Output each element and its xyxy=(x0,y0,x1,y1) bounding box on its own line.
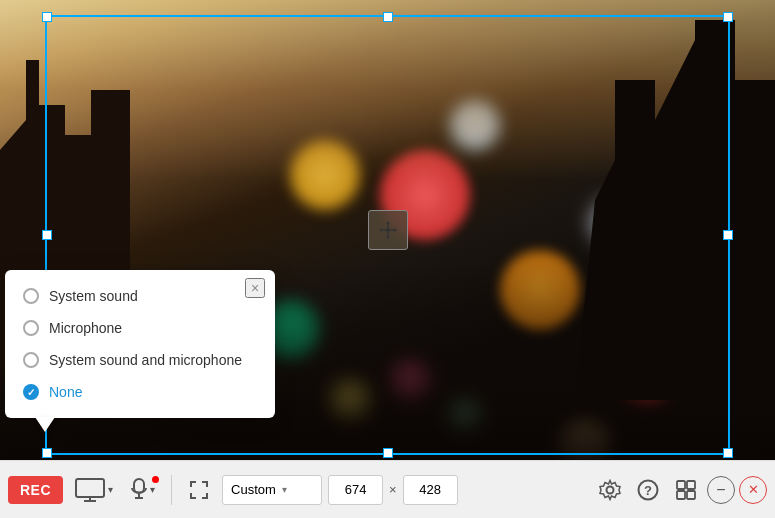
help-button[interactable]: ? xyxy=(631,473,665,507)
handle-top-middle[interactable] xyxy=(383,12,393,22)
close-button[interactable]: ✕ xyxy=(739,476,767,504)
toolbar-separator-1 xyxy=(171,475,172,505)
toolbar: REC ▾ ▾ xyxy=(0,460,775,518)
svg-point-9 xyxy=(607,486,614,493)
handle-middle-right[interactable] xyxy=(723,230,733,240)
mic-wrapper: ▾ xyxy=(125,474,161,506)
screen-dropdown-arrow: ▾ xyxy=(108,484,113,495)
handle-middle-left[interactable] xyxy=(42,230,52,240)
height-input[interactable] xyxy=(403,475,458,505)
custom-label: Custom xyxy=(231,482,276,497)
settings-button[interactable] xyxy=(593,473,627,507)
mic-active-indicator xyxy=(152,476,159,483)
custom-size-dropdown-container: Custom ▾ xyxy=(222,475,322,505)
microphone-icon xyxy=(131,478,147,502)
label-system-sound: System sound xyxy=(49,288,138,304)
screen-mode-button[interactable]: ▾ xyxy=(69,474,119,506)
audio-popup-menu: × System sound Microphone System sound a… xyxy=(5,270,275,418)
svg-rect-14 xyxy=(677,491,685,499)
menu-item-microphone[interactable]: Microphone xyxy=(5,312,275,344)
handle-top-left[interactable] xyxy=(42,12,52,22)
mic-dropdown-arrow: ▾ xyxy=(150,484,155,495)
menu-item-system-sound[interactable]: System sound xyxy=(5,280,275,312)
check-none xyxy=(23,384,39,400)
close-icon: ✕ xyxy=(748,483,759,496)
settings-icon xyxy=(599,479,621,501)
svg-rect-3 xyxy=(76,479,104,497)
popup-close-button[interactable]: × xyxy=(245,278,265,298)
rec-button[interactable]: REC xyxy=(8,476,63,504)
svg-rect-15 xyxy=(687,491,695,499)
width-input[interactable] xyxy=(328,475,383,505)
radio-system-sound xyxy=(23,288,39,304)
svg-text:?: ? xyxy=(644,483,652,498)
handle-bottom-left[interactable] xyxy=(42,448,52,458)
label-none: None xyxy=(49,384,82,400)
minimize-button[interactable]: − xyxy=(707,476,735,504)
handle-bottom-middle[interactable] xyxy=(383,448,393,458)
grid-icon xyxy=(675,479,697,501)
label-system-and-mic: System sound and microphone xyxy=(49,352,242,368)
handle-top-right[interactable] xyxy=(723,12,733,22)
label-microphone: Microphone xyxy=(49,320,122,336)
dimension-separator: × xyxy=(389,482,397,497)
svg-rect-13 xyxy=(687,481,695,489)
move-handle[interactable] xyxy=(368,210,408,250)
move-icon xyxy=(377,219,399,241)
fullscreen-icon xyxy=(188,479,210,501)
menu-item-none[interactable]: None xyxy=(5,376,275,408)
handle-bottom-right[interactable] xyxy=(723,448,733,458)
menu-item-system-and-mic[interactable]: System sound and microphone xyxy=(5,344,275,376)
fullscreen-button[interactable] xyxy=(182,473,216,507)
monitor-icon xyxy=(75,478,105,502)
minus-icon: − xyxy=(716,482,725,498)
toolbar-right-controls: ? − ✕ xyxy=(593,473,767,507)
svg-point-2 xyxy=(386,228,390,232)
radio-microphone xyxy=(23,320,39,336)
dropdown-chevron: ▾ xyxy=(282,484,287,495)
help-icon: ? xyxy=(637,479,659,501)
grid-button[interactable] xyxy=(669,473,703,507)
custom-size-dropdown[interactable]: Custom ▾ xyxy=(222,475,322,505)
radio-system-and-mic xyxy=(23,352,39,368)
svg-rect-6 xyxy=(134,479,144,493)
svg-rect-12 xyxy=(677,481,685,489)
